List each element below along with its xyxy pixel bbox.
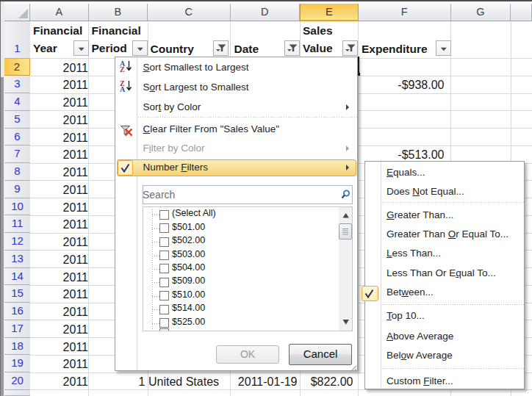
svg-text:Z: Z xyxy=(120,65,125,73)
svg-text:A: A xyxy=(120,85,126,93)
